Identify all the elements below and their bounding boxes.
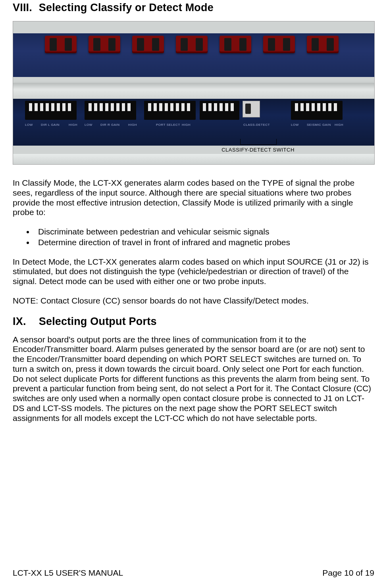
rotary-switch-icon: [219, 36, 251, 53]
classify-detect-switch-icon: [243, 101, 260, 117]
dip-switch-icon: [85, 101, 136, 120]
footer-left: LCT-XX L5 USER'S MANUAL: [13, 568, 123, 578]
rotary-switch-icon: [89, 36, 120, 53]
rotary-switch-icon: [132, 36, 164, 53]
dip-switch-icon: [144, 101, 196, 120]
section-8-para-1: In Classify Mode, the LCT-XX generates a…: [13, 178, 374, 217]
bullet-item: Determine direction of travel in front o…: [34, 238, 374, 248]
callout-bracket-icon: [240, 139, 277, 145]
metal-rail: [13, 83, 374, 99]
silk-label: LOW: [85, 123, 92, 127]
silk-label: CLASS-DETECT: [243, 123, 270, 127]
silk-label: HIGH: [69, 123, 77, 127]
rotary-switch-icon: [45, 36, 77, 53]
section-8-heading: VIII. Selecting Classify or Detect Mode: [13, 2, 374, 14]
page: VIII. Selecting Classify or Detect Mode: [0, 2, 387, 588]
footer-right: Page 10 of 19: [322, 568, 374, 578]
section-8-note: NOTE: Contact Closure (CC) sensor boards…: [13, 296, 374, 306]
dip-switch-icon: [200, 101, 239, 120]
silk-label: PORT SELECT: [156, 123, 180, 127]
circuit-board-photo: DIR L GAIN LOW HIGH DIR R GAIN LOW HIGH …: [13, 21, 375, 165]
section-8-para-2: In Detect Mode, the LCT-XX generates ala…: [13, 257, 374, 286]
metal-base: [13, 154, 374, 164]
section-9-para-1: A sensor board's output ports are the th…: [13, 335, 374, 423]
page-footer: LCT-XX L5 USER'S MANUAL Page 10 of 19: [13, 568, 374, 578]
switch-knob-icon: [245, 104, 251, 114]
section-8-title: Selecting Classify or Detect Mode: [39, 2, 214, 13]
section-9-title: Selecting Output Ports: [39, 315, 157, 327]
silk-label: LOW: [25, 123, 33, 127]
bullet-item: Discriminate between pedestrian and vehi…: [34, 227, 374, 237]
section-8-number: VIII.: [13, 2, 36, 14]
section-9-number: IX.: [13, 315, 36, 328]
silk-label: HIGH: [182, 123, 191, 127]
figure-callout-label: CLASSIFY-DETECT SWITCH: [212, 147, 304, 153]
rotary-switch-icon: [307, 36, 339, 53]
silk-label: HIGH: [335, 123, 343, 127]
silk-label: HIGH: [128, 123, 137, 127]
silk-label: DIR R GAIN: [100, 123, 120, 127]
section-8-bullet-list: Discriminate between pedestrian and vehi…: [13, 227, 374, 248]
silk-label: SEISMIC GAIN: [307, 123, 331, 127]
dip-switch-icon: [25, 101, 77, 120]
section-9-heading: IX. Selecting Output Ports: [13, 315, 374, 328]
dip-switch-icon: [291, 101, 343, 120]
rotary-switch-icon: [176, 36, 208, 53]
silk-label: LOW: [291, 123, 299, 127]
silk-label: DIR L GAIN: [41, 123, 60, 127]
rotary-switch-icon: [263, 36, 295, 53]
